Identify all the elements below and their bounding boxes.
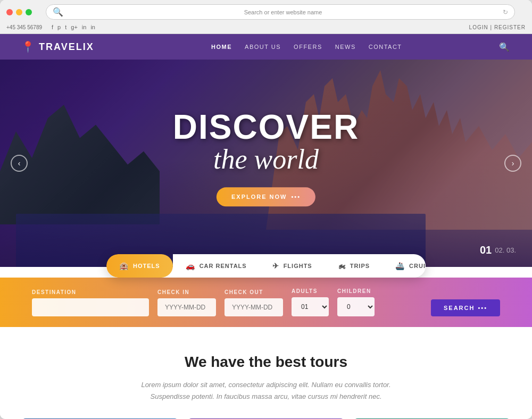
nav-home[interactable]: HOME: [211, 44, 232, 50]
logo-text: TRAVELIX: [39, 41, 94, 53]
checkout-input[interactable]: [225, 298, 283, 316]
adults-select[interactable]: 01 02 03 04: [292, 297, 329, 316]
tab-cruises[interactable]: 🚢 CRUISES: [383, 254, 426, 278]
children-select[interactable]: 0 1 2 3: [337, 297, 375, 316]
destination-field: DESTINATION: [32, 289, 149, 316]
tours-description: Lorem ipsum dolor sit amet, consectetur …: [133, 379, 399, 403]
category-tabs: 🏨 HOTELS 🚗 CAR RENTALS ✈ FLIGHTS 🏍 TRIPS: [106, 254, 426, 278]
close-button[interactable]: [6, 9, 13, 15]
hero-content: DISCOVER the world EXPLORE NOW •••: [173, 110, 359, 206]
nav-offers[interactable]: OFFERS: [294, 44, 322, 50]
auth-links[interactable]: LOGIN | REGISTER: [469, 24, 526, 30]
hotels-icon: 🏨: [119, 262, 129, 270]
pinterest-icon[interactable]: p: [57, 24, 61, 30]
site-logo[interactable]: 📍 TRAVELIX: [21, 40, 94, 53]
search-button[interactable]: SEARCH •••: [431, 299, 500, 316]
right-arrow-icon: ›: [512, 159, 514, 167]
children-field: CHILDREN 0 1 2 3: [337, 288, 375, 316]
checkin-field: CHECK IN: [157, 289, 216, 316]
car-icon: 🚗: [186, 262, 195, 270]
browser-toolbar: +45 345 56789 f p t g+ in in LOGIN | REG…: [0, 24, 532, 33]
tab-hotels-label: HOTELS: [133, 263, 160, 269]
search-dots-icon: •••: [478, 305, 487, 311]
linkedin-icon[interactable]: in: [82, 24, 87, 30]
nav-contact[interactable]: CONTACT: [369, 44, 402, 50]
social-links: f p t g+ in in: [52, 24, 95, 30]
adults-field: ADULTS 01 02 03 04: [292, 288, 329, 316]
website-content: 📍 TRAVELIX HOME ABOUT US OFFERS NEWS CON…: [0, 34, 532, 419]
explore-button[interactable]: EXPLORE NOW •••: [217, 188, 315, 207]
tab-car-rentals-label: CAR RENTALS: [200, 263, 247, 269]
tab-flights-label: FLIGHTS: [284, 263, 312, 269]
tab-car-rentals[interactable]: 🚗 CAR RENTALS: [173, 254, 260, 278]
phone-number: +45 345 56789: [6, 24, 42, 30]
hero-title-script: the world: [173, 144, 359, 174]
nav-search-button[interactable]: 🔍: [498, 40, 511, 53]
dots-icon: •••: [291, 194, 301, 200]
maximize-button[interactable]: [26, 9, 32, 15]
linkedin2-icon[interactable]: in: [90, 24, 95, 30]
hero-section: DISCOVER the world EXPLORE NOW ••• ‹ › 0…: [0, 60, 532, 267]
tours-section: We have the best tours Lorem ipsum dolor…: [0, 327, 532, 419]
refresh-icon: ↻: [503, 9, 508, 16]
address-text: Search or enter website name: [66, 9, 500, 15]
ship-icon: 🚢: [395, 262, 405, 270]
tab-hotels[interactable]: 🏨 HOTELS: [106, 254, 173, 278]
address-bar[interactable]: 🔍 Search or enter website name ↻: [46, 4, 515, 20]
motorcycle-icon: 🏍: [338, 262, 346, 270]
search-icon: 🔍: [53, 7, 63, 17]
search-section: DESTINATION CHECK IN CHECK OUT ADULTS 01…: [0, 278, 532, 327]
main-nav: 📍 TRAVELIX HOME ABOUT US OFFERS NEWS CON…: [0, 34, 532, 60]
nav-about[interactable]: ABOUT US: [245, 44, 281, 50]
browser-titlebar: 🔍 Search or enter website name ↻: [0, 0, 532, 24]
left-arrow-icon: ‹: [18, 159, 21, 167]
nav-links: HOME ABOUT US OFFERS NEWS CONTACT: [121, 44, 493, 50]
browser-window: 🔍 Search or enter website name ↻ +45 345…: [0, 0, 532, 419]
nav-news[interactable]: NEWS: [335, 44, 356, 50]
tab-cruises-label: CRUISES: [409, 263, 426, 269]
checkin-label: CHECK IN: [157, 289, 216, 295]
googleplus-icon[interactable]: g+: [71, 24, 78, 30]
explore-label: EXPLORE NOW: [231, 194, 287, 200]
hero-title-main: DISCOVER: [173, 110, 359, 144]
counter-remaining: 02. 03.: [495, 246, 516, 254]
logo-pin-icon: 📍: [21, 40, 36, 53]
next-slide-button[interactable]: ›: [504, 155, 521, 172]
plane-icon: ✈: [272, 262, 279, 270]
checkin-input[interactable]: [157, 298, 216, 316]
browser-chrome: 🔍 Search or enter website name ↻ +45 345…: [0, 0, 532, 34]
twitter-icon[interactable]: t: [65, 24, 66, 30]
adults-label: ADULTS: [292, 288, 329, 294]
destination-input[interactable]: [32, 298, 149, 316]
tabs-section: 🏨 HOTELS 🚗 CAR RENTALS ✈ FLIGHTS 🏍 TRIPS: [0, 254, 532, 278]
checkout-field: CHECK OUT: [225, 289, 283, 316]
children-label: CHILDREN: [337, 288, 375, 294]
prev-slide-button[interactable]: ‹: [11, 155, 28, 172]
tours-title: We have the best tours: [21, 354, 511, 371]
tab-trips[interactable]: 🏍 TRIPS: [325, 254, 383, 278]
tab-trips-label: TRIPS: [350, 263, 370, 269]
search-label: SEARCH: [444, 305, 475, 311]
facebook-icon[interactable]: f: [52, 24, 53, 30]
tab-flights[interactable]: ✈ FLIGHTS: [260, 254, 325, 278]
checkout-label: CHECK OUT: [225, 289, 283, 295]
destination-label: DESTINATION: [32, 289, 149, 295]
minimize-button[interactable]: [16, 9, 22, 15]
